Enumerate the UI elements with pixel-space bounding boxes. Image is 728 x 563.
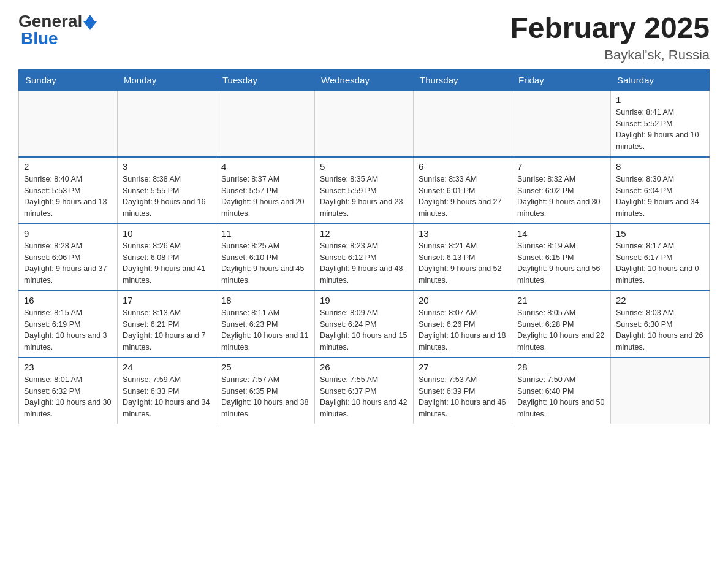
day-info: Sunrise: 8:23 AMSunset: 6:12 PMDaylight:… [320, 240, 408, 286]
day-info: Sunrise: 8:15 AMSunset: 6:19 PMDaylight:… [24, 307, 112, 353]
day-info: Sunrise: 8:38 AMSunset: 5:55 PMDaylight:… [123, 174, 211, 220]
day-number: 5 [320, 161, 408, 172]
calendar-cell: 13Sunrise: 8:21 AMSunset: 6:13 PMDayligh… [414, 224, 512, 291]
day-info: Sunrise: 8:21 AMSunset: 6:13 PMDaylight:… [419, 240, 507, 286]
calendar-cell: 11Sunrise: 8:25 AMSunset: 6:10 PMDayligh… [216, 224, 315, 291]
day-number: 17 [123, 295, 211, 305]
day-number: 24 [123, 362, 211, 372]
calendar-header-saturday: Saturday [611, 69, 710, 90]
day-info: Sunrise: 7:59 AMSunset: 6:33 PMDaylight:… [123, 374, 211, 420]
day-number: 22 [616, 295, 704, 305]
calendar-cell: 22Sunrise: 8:03 AMSunset: 6:30 PMDayligh… [611, 291, 710, 358]
day-info: Sunrise: 8:17 AMSunset: 6:17 PMDaylight:… [616, 240, 704, 286]
calendar-cell: 27Sunrise: 7:53 AMSunset: 6:39 PMDayligh… [414, 358, 512, 424]
day-number: 8 [616, 161, 704, 172]
logo-container: General Blue [18, 12, 97, 47]
day-info: Sunrise: 8:11 AMSunset: 6:23 PMDaylight:… [221, 307, 309, 353]
calendar-cell: 5Sunrise: 8:35 AMSunset: 5:59 PMDaylight… [315, 157, 414, 224]
calendar-cell [512, 90, 611, 157]
calendar-cell: 15Sunrise: 8:17 AMSunset: 6:17 PMDayligh… [611, 224, 710, 291]
day-info: Sunrise: 8:26 AMSunset: 6:08 PMDaylight:… [123, 240, 211, 286]
day-number: 14 [517, 228, 605, 239]
day-number: 12 [320, 228, 408, 239]
title-section: February 2025 Baykal'sk, Russia [510, 12, 710, 63]
day-info: Sunrise: 8:40 AMSunset: 5:53 PMDaylight:… [24, 174, 112, 220]
calendar-cell: 21Sunrise: 8:05 AMSunset: 6:28 PMDayligh… [512, 291, 611, 358]
logo-triangle-top [86, 15, 94, 21]
calendar-cell [216, 90, 315, 157]
calendar-week-row: 2Sunrise: 8:40 AMSunset: 5:53 PMDaylight… [19, 157, 710, 224]
day-info: Sunrise: 8:32 AMSunset: 6:02 PMDaylight:… [517, 174, 605, 220]
calendar-cell: 4Sunrise: 8:37 AMSunset: 5:57 PMDaylight… [216, 157, 315, 224]
day-number: 7 [517, 161, 605, 172]
day-number: 4 [221, 161, 309, 172]
calendar-cell: 17Sunrise: 8:13 AMSunset: 6:21 PMDayligh… [118, 291, 216, 358]
calendar-cell: 25Sunrise: 7:57 AMSunset: 6:35 PMDayligh… [216, 358, 315, 424]
day-info: Sunrise: 7:50 AMSunset: 6:40 PMDaylight:… [517, 374, 605, 420]
day-number: 16 [24, 295, 112, 305]
calendar-header-thursday: Thursday [414, 69, 512, 90]
calendar-week-row: 9Sunrise: 8:28 AMSunset: 6:06 PMDaylight… [19, 224, 710, 291]
calendar-header-row: SundayMondayTuesdayWednesdayThursdayFrid… [19, 69, 710, 90]
day-number: 18 [221, 295, 309, 305]
day-number: 25 [221, 362, 309, 372]
calendar-week-row: 16Sunrise: 8:15 AMSunset: 6:19 PMDayligh… [19, 291, 710, 358]
calendar-cell: 26Sunrise: 7:55 AMSunset: 6:37 PMDayligh… [315, 358, 414, 424]
calendar-cell: 14Sunrise: 8:19 AMSunset: 6:15 PMDayligh… [512, 224, 611, 291]
calendar-cell [118, 90, 216, 157]
day-number: 15 [616, 228, 704, 239]
logo-triangle-bottom [83, 21, 97, 30]
calendar-cell: 10Sunrise: 8:26 AMSunset: 6:08 PMDayligh… [118, 224, 216, 291]
day-info: Sunrise: 8:25 AMSunset: 6:10 PMDaylight:… [221, 240, 309, 286]
calendar-cell: 6Sunrise: 8:33 AMSunset: 6:01 PMDaylight… [414, 157, 512, 224]
day-info: Sunrise: 8:05 AMSunset: 6:28 PMDaylight:… [517, 307, 605, 353]
calendar-cell: 19Sunrise: 8:09 AMSunset: 6:24 PMDayligh… [315, 291, 414, 358]
day-number: 28 [517, 362, 605, 372]
day-info: Sunrise: 7:55 AMSunset: 6:37 PMDaylight:… [320, 374, 408, 420]
calendar-cell: 16Sunrise: 8:15 AMSunset: 6:19 PMDayligh… [19, 291, 118, 358]
day-info: Sunrise: 8:33 AMSunset: 6:01 PMDaylight:… [419, 174, 507, 220]
calendar-table: SundayMondayTuesdayWednesdayThursdayFrid… [18, 69, 710, 424]
calendar-cell [19, 90, 118, 157]
day-info: Sunrise: 8:07 AMSunset: 6:26 PMDaylight:… [419, 307, 507, 353]
calendar-header-sunday: Sunday [19, 69, 118, 90]
day-number: 11 [221, 228, 309, 239]
calendar-cell: 1Sunrise: 8:41 AMSunset: 5:52 PMDaylight… [611, 90, 710, 157]
day-number: 10 [123, 228, 211, 239]
calendar-week-row: 23Sunrise: 8:01 AMSunset: 6:32 PMDayligh… [19, 358, 710, 424]
day-info: Sunrise: 8:01 AMSunset: 6:32 PMDaylight:… [24, 374, 112, 420]
day-number: 6 [419, 161, 507, 172]
day-number: 1 [616, 94, 704, 105]
day-number: 27 [419, 362, 507, 372]
calendar-cell: 18Sunrise: 8:11 AMSunset: 6:23 PMDayligh… [216, 291, 315, 358]
calendar-cell: 24Sunrise: 7:59 AMSunset: 6:33 PMDayligh… [118, 358, 216, 424]
month-title: February 2025 [510, 12, 710, 45]
day-number: 9 [24, 228, 112, 239]
calendar-header-friday: Friday [512, 69, 611, 90]
calendar-cell: 3Sunrise: 8:38 AMSunset: 5:55 PMDaylight… [118, 157, 216, 224]
location: Baykal'sk, Russia [510, 47, 710, 63]
day-info: Sunrise: 7:53 AMSunset: 6:39 PMDaylight:… [419, 374, 507, 420]
day-number: 3 [123, 161, 211, 172]
day-info: Sunrise: 8:41 AMSunset: 5:52 PMDaylight:… [616, 107, 704, 153]
day-number: 20 [419, 295, 507, 305]
calendar-cell: 2Sunrise: 8:40 AMSunset: 5:53 PMDaylight… [19, 157, 118, 224]
day-info: Sunrise: 7:57 AMSunset: 6:35 PMDaylight:… [221, 374, 309, 420]
calendar-cell: 23Sunrise: 8:01 AMSunset: 6:32 PMDayligh… [19, 358, 118, 424]
page-header: General Blue February 2025 Baykal'sk, Ru… [18, 12, 710, 63]
day-number: 23 [24, 362, 112, 372]
day-info: Sunrise: 8:09 AMSunset: 6:24 PMDaylight:… [320, 307, 408, 353]
day-number: 26 [320, 362, 408, 372]
logo: General Blue [18, 12, 97, 47]
day-number: 13 [419, 228, 507, 239]
calendar-cell [414, 90, 512, 157]
day-info: Sunrise: 8:28 AMSunset: 6:06 PMDaylight:… [24, 240, 112, 286]
calendar-cell: 20Sunrise: 8:07 AMSunset: 6:26 PMDayligh… [414, 291, 512, 358]
calendar-week-row: 1Sunrise: 8:41 AMSunset: 5:52 PMDaylight… [19, 90, 710, 157]
calendar-header-monday: Monday [118, 69, 216, 90]
calendar-cell: 9Sunrise: 8:28 AMSunset: 6:06 PMDaylight… [19, 224, 118, 291]
logo-text-blue: Blue [21, 29, 58, 48]
day-info: Sunrise: 8:03 AMSunset: 6:30 PMDaylight:… [616, 307, 704, 353]
day-number: 19 [320, 295, 408, 305]
day-info: Sunrise: 8:30 AMSunset: 6:04 PMDaylight:… [616, 174, 704, 220]
